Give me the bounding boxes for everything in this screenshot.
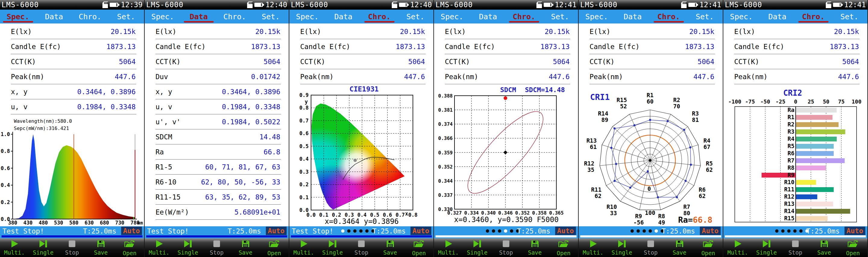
svg-text:0.344: 0.344 — [438, 178, 453, 184]
tab-set[interactable]: Set. — [832, 10, 868, 24]
btn-stop[interactable]: Stop — [781, 238, 810, 257]
btn-stop[interactable]: Stop — [202, 238, 231, 257]
auto-mode-badge[interactable]: Auto — [266, 227, 287, 235]
btn-save[interactable]: Save — [521, 238, 550, 257]
auto-mode-badge[interactable]: Auto — [555, 227, 576, 235]
btn-save[interactable]: Save — [376, 238, 405, 257]
btn-single[interactable]: Single — [174, 238, 203, 257]
btn-open[interactable]: Open — [838, 238, 867, 257]
row-value: 1873.13 — [106, 43, 135, 50]
btn-single[interactable]: Single — [318, 238, 347, 257]
btn-multi[interactable]: Multi. — [723, 238, 752, 257]
btn-multi[interactable]: Multi. — [434, 238, 463, 257]
stop-icon — [68, 240, 76, 249]
data-row: SDCM14.48 — [145, 130, 289, 144]
tab-chro[interactable]: Chro. — [217, 10, 253, 24]
btn-single[interactable]: Single — [29, 238, 58, 257]
btn-multi[interactable]: Multi. — [289, 238, 318, 257]
tab-set[interactable]: Set. — [542, 10, 578, 24]
tab-label: Data — [768, 12, 786, 21]
tab-spec[interactable]: Spec. — [579, 10, 615, 24]
btn-open[interactable]: Open — [404, 238, 433, 257]
play-icon — [733, 240, 742, 249]
tab-label: Spec. — [7, 12, 29, 21]
stop-icon — [792, 240, 799, 249]
svg-text:R6: R6 — [787, 150, 795, 156]
svg-text:60: 60 — [647, 98, 654, 105]
btn-save[interactable]: Save — [665, 238, 694, 257]
tab-label: Set. — [406, 12, 424, 21]
tab-set[interactable]: Set. — [108, 10, 144, 24]
row-value: 0.1984, 0.3348 — [222, 103, 280, 111]
data-row: E(lx)20.15k — [579, 24, 723, 39]
row-label: E(lx) — [11, 28, 32, 36]
title-bar: LMS-600012:40 — [145, 0, 289, 10]
tab-spec[interactable]: Spec. — [0, 10, 36, 24]
svg-text:0.1: 0.1 — [299, 194, 309, 200]
tab-spec[interactable]: Spec. — [434, 10, 470, 24]
svg-text:y: y — [305, 99, 308, 105]
tab-chro[interactable]: Chro. — [72, 10, 108, 24]
active-tab-underline — [509, 21, 539, 23]
row-value: 1873.13 — [540, 43, 569, 50]
status-bar: Test Stop!T:25.0msAuto — [0, 226, 144, 238]
btn-multi[interactable]: Multi. — [145, 238, 174, 257]
svg-text:R4: R4 — [704, 137, 710, 144]
tab-set[interactable]: Set. — [398, 10, 434, 24]
row-label: R11-15 — [156, 193, 181, 201]
play-icon — [444, 240, 453, 249]
page-indicator-dots — [486, 229, 519, 233]
tab-set[interactable]: Set. — [253, 10, 289, 24]
skip-icon — [38, 240, 48, 249]
button-label: Save — [239, 249, 253, 256]
progress-bar — [146, 235, 287, 237]
svg-text:x=0.3460, y=0.3590 F5000: x=0.3460, y=0.3590 F5000 — [454, 216, 559, 224]
tab-spec[interactable]: Spec. — [289, 10, 326, 24]
btn-multi[interactable]: Multi. — [0, 238, 29, 257]
tab-set[interactable]: Set. — [687, 10, 723, 24]
tab-data[interactable]: Data — [470, 10, 506, 24]
auto-mode-badge[interactable]: Auto — [410, 227, 431, 235]
tab-label: Data — [479, 12, 497, 21]
btn-stop[interactable]: Stop — [347, 238, 376, 257]
tab-chro[interactable]: Chro. — [651, 10, 687, 24]
tab-chro[interactable]: Chro. — [361, 10, 398, 24]
tab-data[interactable]: Data — [181, 10, 217, 24]
tab-data[interactable]: Data — [326, 10, 362, 24]
row-value: 20.15k — [111, 28, 135, 36]
btn-multi[interactable]: Multi. — [579, 238, 608, 257]
tab-chro[interactable]: Chro. — [506, 10, 542, 24]
row-value: 0.3464, 0.3896 — [77, 88, 135, 96]
btn-open[interactable]: Open — [549, 238, 578, 257]
tab-data[interactable]: Data — [36, 10, 72, 24]
btn-stop[interactable]: Stop — [492, 238, 521, 257]
tab-spec[interactable]: Spec. — [145, 10, 181, 24]
tab-spec[interactable]: Spec. — [723, 10, 760, 24]
data-row: x, y0.3464, 0.3896 — [145, 84, 289, 99]
btn-save[interactable]: Save — [87, 238, 116, 257]
auto-mode-badge[interactable]: Auto — [844, 227, 865, 235]
btn-open[interactable]: Open — [115, 238, 144, 257]
button-label: Save — [528, 249, 542, 256]
btn-open[interactable]: Open — [694, 238, 723, 257]
btn-single[interactable]: Single — [463, 238, 492, 257]
svg-text:0.6: 0.6 — [1, 165, 10, 171]
auto-mode-badge[interactable]: Auto — [700, 227, 721, 235]
btn-single[interactable]: Single — [752, 238, 781, 257]
btn-save[interactable]: Save — [231, 238, 260, 257]
auto-mode-badge[interactable]: Auto — [121, 227, 142, 235]
tab-label: Set. — [695, 12, 714, 21]
btn-stop[interactable]: Stop — [58, 238, 87, 257]
tab-data[interactable]: Data — [615, 10, 651, 24]
tab-data[interactable]: Data — [760, 10, 796, 24]
btn-stop[interactable]: Stop — [636, 238, 665, 257]
app-title: LMS-6000 — [146, 1, 184, 9]
svg-text:R13: R13 — [587, 137, 597, 144]
battery-icon — [544, 1, 554, 8]
btn-save[interactable]: Save — [810, 238, 839, 257]
svg-text:480: 480 — [38, 220, 48, 226]
status-bar: T:25.0msAuto — [434, 226, 578, 238]
tab-chro[interactable]: Chro. — [795, 10, 832, 24]
btn-open[interactable]: Open — [260, 238, 289, 257]
btn-single[interactable]: Single — [608, 238, 637, 257]
